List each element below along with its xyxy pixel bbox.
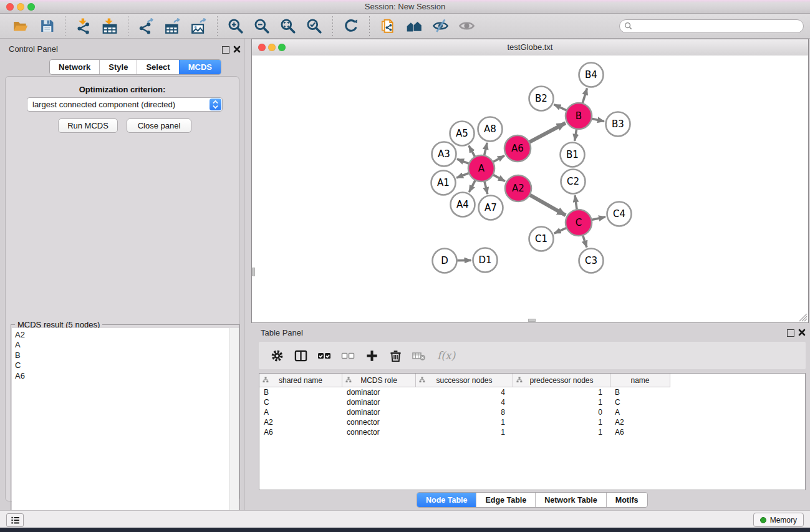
result-item-b[interactable]: B <box>12 351 230 360</box>
zoom-out-icon <box>254 18 270 34</box>
table-row[interactable]: A2connector11A2 <box>259 417 805 427</box>
graph-node-C1[interactable]: C1 <box>529 227 554 251</box>
delete-column-button[interactable] <box>386 346 405 365</box>
vertical-scrollbar-thumb[interactable] <box>252 268 255 276</box>
tab-edge-table[interactable]: Edge Table <box>476 493 535 507</box>
column-header-shared-name[interactable]: shared name <box>259 374 342 387</box>
result-item-a[interactable]: A <box>12 340 230 350</box>
column-header-predecessor-nodes[interactable]: predecessor nodes <box>513 374 610 387</box>
tab-network[interactable]: Network <box>50 60 99 74</box>
control-panel-title: Control Panel <box>9 44 58 54</box>
graphics-details-button[interactable] <box>431 17 450 36</box>
zoom-selected-button[interactable] <box>305 17 324 36</box>
result-item-a2[interactable]: A2 <box>12 328 230 340</box>
deselect-all-button[interactable] <box>339 346 357 365</box>
zoom-out-button[interactable] <box>253 17 271 36</box>
table-row[interactable]: Bdominator41B <box>259 387 805 397</box>
graph-node-B2[interactable]: B2 <box>529 87 554 111</box>
float-table-panel-button[interactable] <box>787 329 794 337</box>
birds-eye-view-button[interactable] <box>457 17 476 36</box>
add-column-button[interactable] <box>362 346 381 365</box>
eye-icon <box>458 17 475 34</box>
graph-node-A3[interactable]: A3 <box>432 142 456 167</box>
graph-node-A8[interactable]: A8 <box>478 117 503 142</box>
horizontal-scrollbar-thumb[interactable] <box>528 319 536 322</box>
graph-node-A4[interactable]: A4 <box>451 193 475 217</box>
graph-node-B4[interactable]: B4 <box>579 63 604 87</box>
graph-node-A6[interactable]: A6 <box>504 135 531 162</box>
search-input[interactable] <box>619 19 804 33</box>
graph-node-label-A2: A2 <box>512 183 524 194</box>
graph-node-A[interactable]: A <box>468 155 494 181</box>
function-builder-button[interactable]: f(x) <box>437 346 455 365</box>
result-item-c[interactable]: C <box>12 360 230 370</box>
save-session-button[interactable] <box>37 17 56 36</box>
zoom-fit-button[interactable] <box>279 17 297 36</box>
show-columns-button[interactable] <box>291 346 310 365</box>
criterion-dropdown[interactable]: largest connected component (directed) <box>27 97 223 112</box>
graph-node-C2[interactable]: C2 <box>561 170 586 194</box>
column-header-mcds-role[interactable]: MCDS role <box>342 374 416 387</box>
result-item-a6[interactable]: A6 <box>12 371 230 381</box>
import-table-button[interactable] <box>100 17 119 36</box>
column-header-name[interactable]: name <box>610 374 670 387</box>
open-file-button[interactable] <box>11 17 30 36</box>
graph-node-A7[interactable]: A7 <box>479 196 503 220</box>
graph-node-A5[interactable]: A5 <box>450 122 475 146</box>
tab-network-table[interactable]: Network Table <box>535 493 606 507</box>
table-row[interactable]: Cdominator41C <box>259 397 805 407</box>
delete-table-button[interactable] <box>410 346 428 365</box>
graph-edge-A6-B[interactable] <box>526 123 566 144</box>
tab-node-table[interactable]: Node Table <box>417 493 476 507</box>
result-scrollbar-track[interactable] <box>229 328 239 532</box>
toolbar-separator <box>217 16 218 36</box>
title-bar: Session: New Session <box>0 0 810 14</box>
graph-node-A1[interactable]: A1 <box>432 171 456 195</box>
task-history-button[interactable] <box>6 513 24 527</box>
graph-node-B[interactable]: B <box>566 103 592 129</box>
tab-motifs[interactable]: Motifs <box>606 493 647 507</box>
resize-grip[interactable] <box>799 314 808 322</box>
list-icon <box>11 516 20 525</box>
shared-column-icon <box>516 377 523 383</box>
home-button[interactable] <box>405 17 423 36</box>
table-row[interactable]: Adominator80A <box>259 407 805 417</box>
network-file-button[interactable] <box>378 17 397 36</box>
graph-node-C[interactable]: C <box>566 210 592 236</box>
close-table-panel-icon[interactable] <box>798 329 806 336</box>
graph-node-A2[interactable]: A2 <box>505 175 531 201</box>
export-table-button[interactable] <box>163 17 182 36</box>
graph-node-C3[interactable]: C3 <box>579 249 604 273</box>
table-settings-button[interactable] <box>268 346 286 365</box>
close-panel-button[interactable]: Close panel <box>127 118 191 133</box>
search-icon <box>624 22 632 30</box>
tab-select[interactable]: Select <box>137 60 178 74</box>
import-network-button[interactable] <box>74 17 93 36</box>
zoom-in-button[interactable] <box>226 17 245 36</box>
graph-node-B3[interactable]: B3 <box>606 112 630 137</box>
graph-node-D1[interactable]: D1 <box>473 248 498 273</box>
export-image-button[interactable] <box>190 17 208 36</box>
tab-style[interactable]: Style <box>99 60 137 74</box>
graph-node-B1[interactable]: B1 <box>561 143 585 167</box>
export-image-icon <box>191 18 207 34</box>
memory-button[interactable]: Memory <box>753 513 804 527</box>
graph-node-D[interactable]: D <box>433 249 457 273</box>
float-panel-button[interactable] <box>222 46 229 54</box>
network-canvas[interactable]: AA1A2A3A4A5A6A7A8BB1B2B3B4CC1C2C3C4DD1 <box>252 56 808 322</box>
toolbar-separator <box>65 16 65 36</box>
refresh-button[interactable] <box>342 17 360 36</box>
mcds-result-list[interactable]: A2ABCA6 <box>12 328 230 532</box>
graph-node-C4[interactable]: C4 <box>607 202 632 226</box>
graph-node-label-A5: A5 <box>456 128 468 139</box>
run-mcds-button[interactable]: Run MCDS <box>58 118 118 133</box>
export-network-button[interactable] <box>137 17 156 36</box>
select-all-button[interactable] <box>315 346 334 365</box>
network-window-titlebar[interactable]: testGlobe.txt <box>252 39 808 56</box>
column-header-successor-nodes[interactable]: successor nodes <box>416 374 513 387</box>
close-panel-icon[interactable] <box>233 46 241 53</box>
export-table-icon <box>165 18 181 34</box>
graph-edge-A2-C[interactable] <box>526 193 566 215</box>
table-row[interactable]: A6connector11A6 <box>259 427 805 437</box>
tab-mcds[interactable]: MCDS <box>179 60 221 74</box>
